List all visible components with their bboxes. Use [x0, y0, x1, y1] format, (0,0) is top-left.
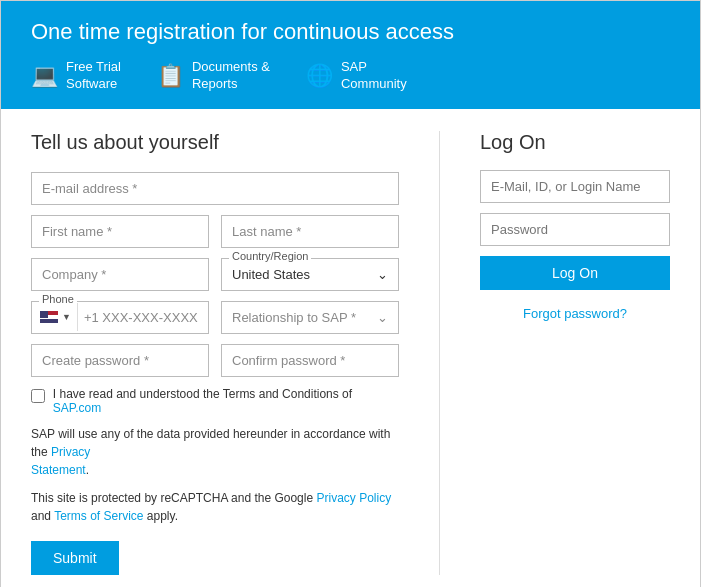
first-name-field-wrapper [31, 215, 209, 248]
last-name-input[interactable] [221, 215, 399, 248]
create-password-field-wrapper [31, 344, 209, 377]
laptop-icon: 💻 [31, 63, 58, 89]
company-field-wrapper [31, 258, 209, 291]
header-features: 💻 Free TrialSoftware 📋 Documents &Report… [31, 59, 670, 93]
email-input[interactable] [31, 172, 399, 205]
us-flag-icon [40, 311, 58, 323]
right-section: Log On Log On Forgot password? [480, 131, 670, 575]
confirm-password-field-wrapper [221, 344, 399, 377]
terms-checkbox[interactable] [31, 389, 45, 403]
logon-password-input[interactable] [480, 213, 670, 246]
feature-sap-community: 🌐 SAPCommunity [306, 59, 407, 93]
country-value: United States [232, 267, 310, 282]
chevron-down-icon: ⌄ [377, 267, 388, 282]
phone-wrapper: ▼ [31, 301, 209, 334]
phone-relationship-row: Phone ▼ Relationship to SAP * ⌄ [31, 301, 399, 334]
header: One time registration for continuous acc… [1, 1, 700, 109]
phone-field-wrapper: Phone ▼ [31, 301, 209, 334]
country-label: Country/Region [229, 250, 311, 262]
password-row [31, 344, 399, 377]
company-input[interactable] [31, 258, 209, 291]
flag-dropdown[interactable]: ▼ [32, 303, 78, 331]
terms-checkbox-row: I have read and understood the Terms and… [31, 387, 399, 415]
first-name-input[interactable] [31, 215, 209, 248]
sapcom-link[interactable]: SAP.com [53, 401, 101, 415]
privacy-policy-link[interactable]: Privacy Policy [316, 491, 391, 505]
forgot-password-link[interactable]: Forgot password? [480, 306, 670, 321]
document-icon: 📋 [157, 63, 184, 89]
logon-email-input[interactable] [480, 170, 670, 203]
company-country-row: Country/Region United States ⌄ [31, 258, 399, 291]
flag-dropdown-arrow-icon: ▼ [62, 312, 71, 322]
section-divider [439, 131, 440, 575]
section-title: Tell us about yourself [31, 131, 399, 154]
relationship-chevron-icon: ⌄ [377, 310, 388, 325]
create-password-input[interactable] [31, 344, 209, 377]
feature-documents: 📋 Documents &Reports [157, 59, 270, 93]
recaptcha-text: This site is protected by reCAPTCHA and … [31, 491, 316, 505]
email-row [31, 172, 399, 205]
submit-button[interactable]: Submit [31, 541, 119, 575]
last-name-field-wrapper [221, 215, 399, 248]
email-field-wrapper [31, 172, 399, 205]
free-trial-label: Free TrialSoftware [66, 59, 121, 93]
country-field-wrapper[interactable]: Country/Region United States ⌄ [221, 258, 399, 291]
terms-of-service-link[interactable]: Terms of Service [54, 509, 143, 523]
community-icon: 🌐 [306, 63, 333, 89]
logon-title: Log On [480, 131, 670, 154]
relationship-label: Relationship to SAP * [232, 310, 356, 325]
recaptcha-apply: apply. [144, 509, 178, 523]
name-row [31, 215, 399, 248]
recaptcha-and: and [31, 509, 54, 523]
privacy-info: SAP will use any of the data provided he… [31, 425, 399, 479]
phone-input[interactable] [78, 302, 208, 333]
privacy-text-2: . [86, 463, 89, 477]
documents-label: Documents &Reports [192, 59, 270, 93]
feature-free-trial: 💻 Free TrialSoftware [31, 59, 121, 93]
recaptcha-info: This site is protected by reCAPTCHA and … [31, 489, 399, 525]
phone-label: Phone [39, 293, 77, 305]
relationship-select[interactable]: Relationship to SAP * ⌄ [221, 301, 399, 334]
header-title: One time registration for continuous acc… [31, 19, 670, 45]
terms-label: I have read and understood the Terms and… [53, 387, 399, 415]
left-section: Tell us about yourself Country/Region [31, 131, 399, 575]
logon-button[interactable]: Log On [480, 256, 670, 290]
relationship-field-wrapper[interactable]: Relationship to SAP * ⌄ [221, 301, 399, 334]
confirm-password-input[interactable] [221, 344, 399, 377]
main-content: Tell us about yourself Country/Region [1, 109, 700, 587]
sap-community-label: SAPCommunity [341, 59, 407, 93]
terms-label-text: I have read and understood the Terms and… [53, 387, 352, 401]
country-select[interactable]: United States ⌄ [221, 258, 399, 291]
